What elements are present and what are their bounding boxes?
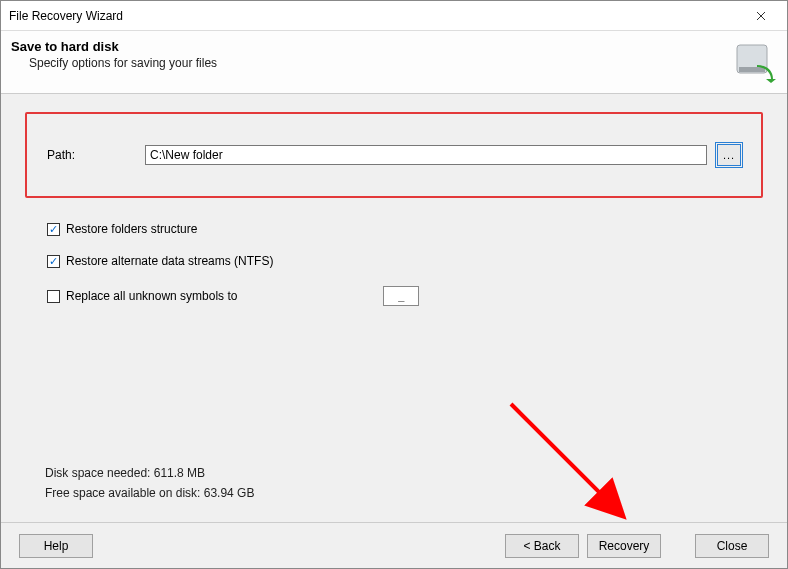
- svg-rect-1: [739, 67, 765, 72]
- restore-ads-label: Restore alternate data streams (NTFS): [66, 254, 273, 268]
- body: Path: ... ✓ Restore folders structure ✓ …: [1, 94, 787, 522]
- replace-symbols-label: Replace all unknown symbols to: [66, 289, 237, 303]
- replace-symbols-option[interactable]: Replace all unknown symbols to _: [47, 286, 763, 306]
- close-button[interactable]: Close: [695, 534, 769, 558]
- annotation-arrow-icon: [501, 394, 661, 534]
- disk-free-label: Free space available on disk: 63.94 GB: [45, 486, 254, 500]
- window: File Recovery Wizard Save to hard disk S…: [0, 0, 788, 569]
- page-subtitle: Specify options for saving your files: [29, 56, 733, 70]
- checkbox-icon[interactable]: ✓: [47, 255, 60, 268]
- status-block: Disk space needed: 611.8 MB Free space a…: [45, 466, 254, 506]
- restore-ads-option[interactable]: ✓ Restore alternate data streams (NTFS): [47, 254, 763, 268]
- close-icon[interactable]: [739, 1, 783, 31]
- checkbox-icon[interactable]: ✓: [47, 223, 60, 236]
- page-title: Save to hard disk: [11, 39, 733, 54]
- options: ✓ Restore folders structure ✓ Restore al…: [47, 222, 763, 306]
- replace-symbol-input[interactable]: _: [383, 286, 419, 306]
- path-input[interactable]: [145, 145, 707, 165]
- help-button[interactable]: Help: [19, 534, 93, 558]
- window-title: File Recovery Wizard: [9, 9, 739, 23]
- svg-line-2: [511, 404, 621, 514]
- header-text: Save to hard disk Specify options for sa…: [11, 37, 733, 83]
- checkbox-icon[interactable]: [47, 290, 60, 303]
- path-label: Path:: [47, 148, 137, 162]
- browse-button[interactable]: ...: [717, 144, 741, 166]
- restore-folders-option[interactable]: ✓ Restore folders structure: [47, 222, 763, 236]
- restore-folders-label: Restore folders structure: [66, 222, 197, 236]
- path-section: Path: ...: [25, 112, 763, 198]
- recovery-button[interactable]: Recovery: [587, 534, 661, 558]
- disk-needed-label: Disk space needed: 611.8 MB: [45, 466, 254, 480]
- titlebar: File Recovery Wizard: [1, 1, 787, 31]
- back-button[interactable]: < Back: [505, 534, 579, 558]
- footer: Help < Back Recovery Close: [1, 522, 787, 568]
- hard-disk-icon: [733, 39, 777, 83]
- header: Save to hard disk Specify options for sa…: [1, 31, 787, 93]
